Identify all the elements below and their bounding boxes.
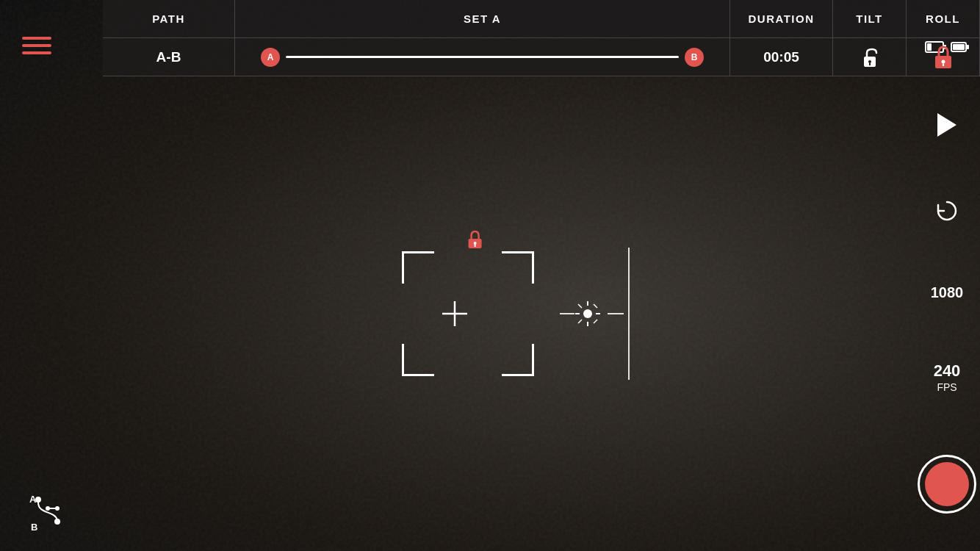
roll-lock-icon: [932, 44, 955, 71]
tilt-label-cell: TILT: [833, 0, 907, 37]
refresh-button[interactable]: [934, 198, 960, 224]
svg-point-30: [54, 519, 60, 525]
set-a-slider-cell[interactable]: A B: [235, 37, 730, 76]
tilt-label: TILT: [856, 12, 883, 25]
resolution-display[interactable]: 1080: [931, 284, 964, 301]
set-a-label: SET A: [464, 12, 501, 25]
slider-track[interactable]: [286, 56, 679, 58]
tilt-icon: [856, 43, 884, 71]
tilt-value-cell[interactable]: [833, 37, 907, 76]
record-button[interactable]: [918, 455, 976, 514]
path-value: A-B: [156, 49, 181, 65]
header-top-row: PATH SET A DURATION TILT ROLL: [103, 0, 980, 37]
corner-tr: [502, 251, 534, 284]
duration-label: DURATION: [748, 12, 814, 25]
hamburger-line-1: [22, 37, 51, 40]
header-bottom-row: A-B A B 00:05: [103, 37, 980, 76]
svg-point-32: [55, 506, 60, 511]
vertical-line: [628, 248, 630, 380]
viewfinder-lock-icon: [466, 229, 484, 250]
path-ab-icon[interactable]: A B: [29, 492, 73, 533]
duration-value: 00:05: [763, 49, 799, 65]
path-value-cell[interactable]: A-B: [103, 37, 235, 76]
svg-point-7: [474, 242, 477, 245]
corner-tl: [402, 251, 434, 284]
viewfinder-brackets[interactable]: [402, 251, 534, 376]
corner-bl: [402, 344, 434, 376]
hamburger-line-3: [22, 51, 51, 54]
roll-label-cell: ROLL: [907, 0, 980, 37]
set-a-label-cell: SET A: [235, 0, 730, 37]
hamburger-line-2: [22, 44, 51, 47]
fps-label: FPS: [937, 381, 956, 393]
roll-value-cell[interactable]: [907, 37, 980, 76]
fps-display[interactable]: 240 FPS: [934, 361, 961, 394]
crosshair: [442, 301, 467, 326]
h-line-sun-right: [608, 313, 624, 314]
play-button[interactable]: [937, 113, 956, 137]
corner-br: [502, 344, 534, 376]
slider-container[interactable]: A B: [246, 48, 718, 67]
svg-line-18: [578, 320, 582, 323]
viewfinder-area: [0, 76, 936, 551]
path-label: PATH: [152, 12, 185, 25]
duration-value-cell[interactable]: 00:05: [730, 37, 833, 76]
sun-exposure-indicator[interactable]: [575, 301, 600, 326]
svg-point-28: [35, 497, 41, 503]
fps-number: 240: [934, 361, 961, 381]
duration-label-cell: DURATION: [730, 0, 833, 37]
svg-line-19: [594, 320, 597, 323]
record-button-inner: [925, 462, 969, 506]
right-controls-panel: 1080 240 FPS: [925, 0, 969, 551]
svg-point-4: [941, 60, 945, 63]
slider-dot-b[interactable]: B: [685, 48, 704, 67]
h-line-sun-left: [560, 313, 574, 314]
slider-dot-a[interactable]: A: [261, 48, 280, 67]
hamburger-menu[interactable]: [22, 37, 51, 54]
resolution-value: 1080: [931, 284, 964, 300]
path-label-cell: PATH: [103, 0, 235, 37]
svg-text:B: B: [31, 522, 37, 533]
svg-line-16: [578, 304, 582, 308]
svg-line-17: [594, 304, 597, 308]
svg-point-11: [583, 309, 592, 318]
roll-label: ROLL: [926, 12, 960, 25]
svg-point-1: [868, 60, 871, 63]
